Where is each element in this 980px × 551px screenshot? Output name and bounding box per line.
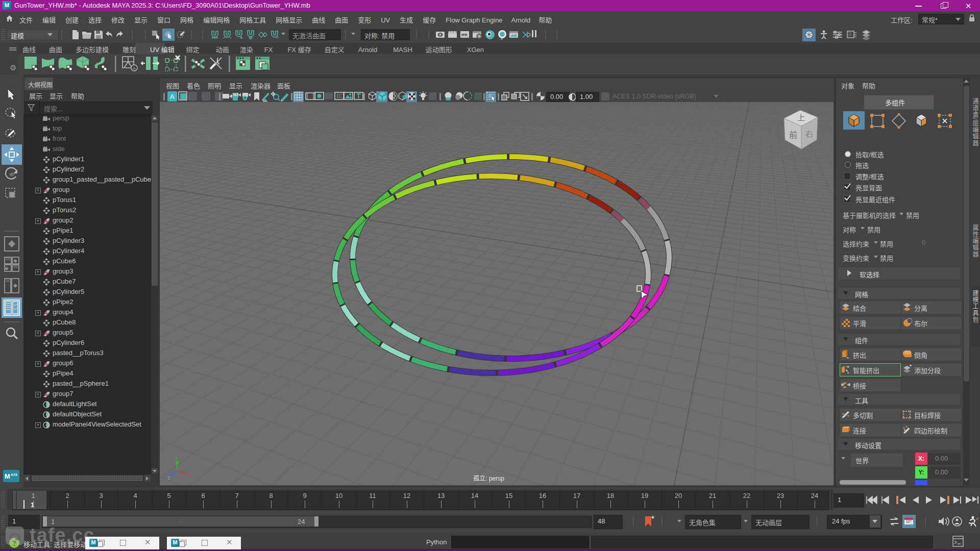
svg-text:M: M bbox=[5, 472, 10, 480]
svg-text:AYA: AYA bbox=[11, 473, 18, 477]
svg-text:A: A bbox=[170, 93, 175, 101]
svg-text:前: 前 bbox=[789, 131, 797, 139]
svg-text:右: 右 bbox=[805, 130, 813, 138]
svg-text:Z: Z bbox=[167, 475, 170, 481]
svg-text:IPR: IPR bbox=[461, 33, 468, 37]
svg-text:上: 上 bbox=[797, 113, 805, 122]
svg-text:Y: Y bbox=[175, 456, 178, 461]
svg-text:A: A bbox=[133, 66, 136, 71]
svg-text:X: X bbox=[187, 471, 190, 477]
svg-text:x: x bbox=[501, 36, 503, 40]
